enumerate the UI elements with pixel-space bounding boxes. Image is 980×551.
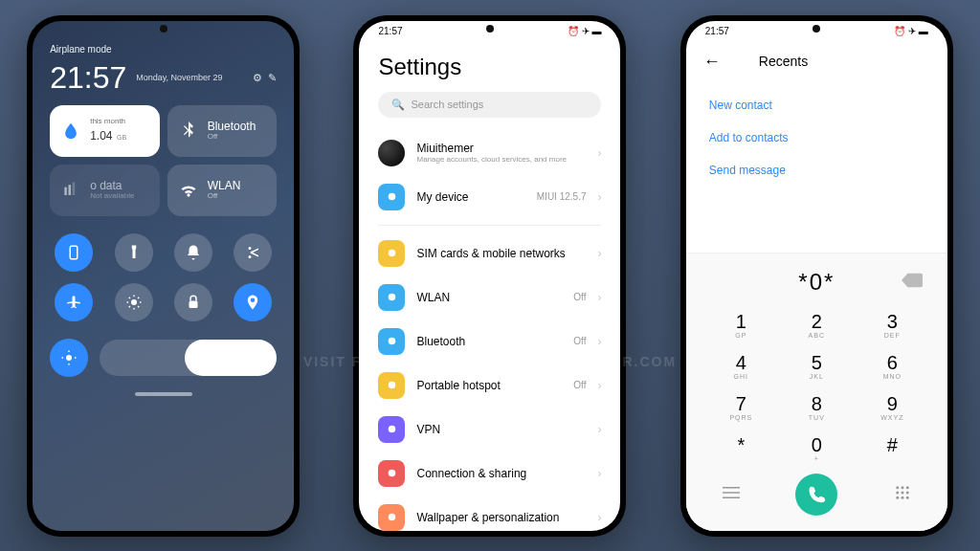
chevron-right-icon: › <box>597 423 601 436</box>
settings-icon[interactable]: ⚙ <box>253 72 262 84</box>
dial-key[interactable]: 9WXYZ <box>855 393 930 421</box>
clock-date: Monday, November 29 <box>136 73 243 82</box>
svg-point-10 <box>389 338 396 345</box>
phone-dialer: 21:57⏰ ✈ ▬ ← Recents New contactAdd to c… <box>680 15 953 537</box>
settings-item-icon <box>378 184 405 210</box>
settings-item-label: My device <box>416 190 524 204</box>
search-icon: 🔍 <box>391 99 405 111</box>
svg-point-9 <box>389 294 396 301</box>
settings-item-icon <box>378 240 405 267</box>
svg-point-13 <box>389 470 396 477</box>
settings-row[interactable]: VPN › <box>359 408 620 452</box>
settings-item-value: Off <box>573 380 586 390</box>
lock-toggle[interactable] <box>174 283 212 321</box>
dial-key[interactable]: 1GP <box>703 311 779 339</box>
settings-item-icon <box>378 328 405 355</box>
svg-point-14 <box>389 514 396 521</box>
dnd-toggle[interactable] <box>174 233 212 272</box>
page-title: Settings <box>359 42 620 92</box>
chevron-right-icon: › <box>597 146 601 160</box>
account-row[interactable]: MiuithemerManage accounts, cloud service… <box>359 131 620 175</box>
wifi-icon <box>177 179 200 202</box>
dial-key[interactable]: 3DEF <box>855 311 930 339</box>
dial-key[interactable]: 0+ <box>779 434 855 462</box>
svg-point-4 <box>131 299 137 305</box>
brightness-slider[interactable] <box>100 340 277 376</box>
svg-point-11 <box>389 382 396 389</box>
back-button[interactable]: ← <box>703 52 721 72</box>
svg-point-12 <box>389 426 396 433</box>
header-icons[interactable]: ⚙ ✎ <box>253 72 277 84</box>
settings-item-value: Off <box>573 336 586 346</box>
phone-control-center: Airplane mode 21:57 Monday, November 29 … <box>27 15 300 537</box>
svg-rect-0 <box>64 187 67 194</box>
bluetooth-tile[interactable]: BluetoothOff <box>167 105 278 157</box>
settings-item-icon <box>378 284 405 311</box>
settings-item-label: Portable hotspot <box>416 379 562 392</box>
settings-item-icon <box>378 372 405 399</box>
settings-item-label: Connection & sharing <box>416 467 574 480</box>
dial-key[interactable]: 4GHI <box>703 352 779 380</box>
status-bar: 21:57⏰ ✈ ▬ <box>686 21 947 42</box>
dial-key[interactable]: # <box>855 434 930 462</box>
sim-data-tile[interactable]: o dataNot available <box>50 165 160 216</box>
dial-key[interactable]: 2ABC <box>779 311 855 339</box>
chevron-right-icon: › <box>597 467 601 480</box>
settings-item-icon <box>378 460 405 487</box>
dial-key[interactable]: 6MNO <box>855 352 930 380</box>
svg-point-7 <box>389 193 396 201</box>
scissors-toggle[interactable] <box>234 233 272 272</box>
data-usage-tile[interactable]: this month 1.04 GB <box>50 105 160 157</box>
svg-point-24 <box>896 496 899 498</box>
menu-button[interactable] <box>723 484 740 505</box>
settings-item-label: SIM cards & mobile networks <box>416 247 574 260</box>
airplane-toggle[interactable] <box>55 283 93 321</box>
svg-point-8 <box>389 250 396 257</box>
dial-key[interactable]: 8TUV <box>779 393 855 421</box>
settings-item-label: VPN <box>416 423 574 436</box>
settings-row[interactable]: Wallpaper & personalization › <box>359 496 620 531</box>
airplane-mode-label: Airplane mode <box>50 44 277 55</box>
dial-action[interactable]: Add to contacts <box>686 121 947 154</box>
dial-key[interactable]: 7PQRS <box>703 393 779 421</box>
location-toggle[interactable] <box>234 283 272 321</box>
dial-key[interactable]: 5JKL <box>779 352 855 380</box>
call-button[interactable] <box>795 474 837 516</box>
svg-point-18 <box>896 486 899 489</box>
dial-action[interactable]: New contact <box>686 89 947 121</box>
brightness-icon[interactable] <box>50 339 88 377</box>
svg-point-21 <box>896 491 899 494</box>
svg-point-25 <box>901 496 903 498</box>
backspace-button[interactable] <box>902 273 923 292</box>
svg-rect-16 <box>723 492 740 494</box>
search-input[interactable]: 🔍 Search settings <box>378 92 601 118</box>
chevron-right-icon: › <box>597 291 601 304</box>
edit-icon[interactable]: ✎ <box>268 72 277 84</box>
settings-item-label: WLAN <box>416 291 562 304</box>
settings-row[interactable]: My device MIUI 12.5.7 › <box>359 175 620 219</box>
settings-row[interactable]: SIM cards & mobile networks › <box>359 231 620 276</box>
sun-toggle[interactable] <box>115 283 153 321</box>
rotation-toggle[interactable] <box>55 233 93 272</box>
svg-rect-5 <box>189 300 197 308</box>
drag-handle[interactable] <box>135 392 192 396</box>
settings-item-value: MIUI 12.5.7 <box>537 191 587 202</box>
grid-button[interactable] <box>894 484 911 505</box>
flashlight-toggle[interactable] <box>115 233 153 272</box>
water-drop-icon <box>59 120 82 143</box>
svg-point-19 <box>901 486 903 489</box>
svg-point-23 <box>906 491 909 494</box>
dial-key[interactable]: * <box>703 434 779 462</box>
settings-item-label: Bluetooth <box>416 335 562 348</box>
svg-rect-15 <box>723 487 740 489</box>
page-title: Recents <box>759 54 808 69</box>
settings-row[interactable]: Portable hotspot Off › <box>359 364 620 408</box>
dial-action[interactable]: Send message <box>686 154 947 187</box>
settings-row[interactable]: Connection & sharing › <box>359 452 620 496</box>
svg-point-20 <box>906 486 909 489</box>
svg-point-22 <box>901 491 903 494</box>
settings-row[interactable]: WLAN Off › <box>359 276 620 320</box>
avatar-icon <box>378 140 405 166</box>
chevron-right-icon: › <box>597 511 601 524</box>
wlan-tile[interactable]: WLANOff <box>167 165 278 216</box>
